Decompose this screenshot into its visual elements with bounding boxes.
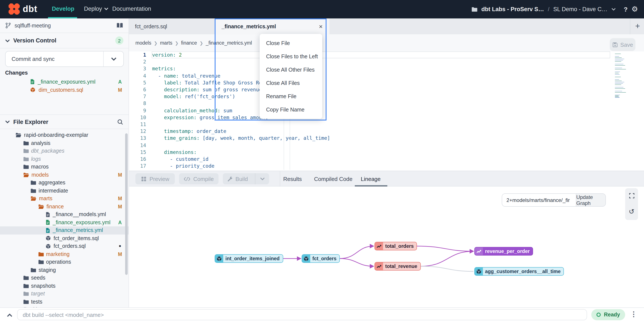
tab-fct-orders-sql[interactable]: fct_orders.sql	[129, 19, 227, 34]
environment-name[interactable]: SL Demo - Dave C…	[554, 6, 608, 13]
tree-item--finance-models-yml[interactable]: _finance__models.yml	[0, 210, 128, 218]
tree-item-models[interactable]: modelsM	[0, 171, 128, 179]
editor-minimap[interactable]	[615, 54, 628, 98]
sidebar: sqlfluff-meeting Version Control 2 Commi…	[0, 19, 129, 307]
change-item[interactable]: dim_customers.sqlM	[0, 86, 128, 94]
chevron-down-icon	[5, 120, 10, 124]
tree-item-staging[interactable]: staging	[0, 266, 128, 274]
tree-item-label: fct_order_items.sql	[54, 235, 122, 241]
status-badge: M	[118, 252, 122, 257]
commit-and-sync-button[interactable]: Commit and sync	[5, 51, 124, 67]
preview-button[interactable]: Preview	[136, 173, 175, 184]
code-editor[interactable]: 1version: 223metrics:4 - name: total_rev…	[129, 52, 644, 171]
code-line: 10 expression: gross_item_sales_amount	[129, 114, 644, 121]
save-button[interactable]: Save	[610, 38, 636, 51]
compile-button[interactable]: Compile	[179, 173, 218, 184]
tree-item-operations[interactable]: operations	[0, 258, 128, 266]
change-item[interactable]: _finance_exposures.ymlA	[0, 78, 128, 86]
lineage-selector-input[interactable]	[502, 193, 576, 207]
lineage-node-total_revenue[interactable]: total_revenue	[374, 262, 421, 270]
nav-deploy[interactable]: Deploy	[84, 0, 108, 17]
dbt-command-input[interactable]	[17, 309, 587, 320]
git-branch-row: sqlfluff-meeting	[0, 19, 128, 33]
tree-item-gitignore[interactable]: gitignore	[0, 306, 128, 307]
breadcrumb-segment[interactable]: finance	[181, 40, 197, 46]
lineage-node-agg_customer_orders__all_time[interactable]: agg_customer_orders__all_time	[474, 267, 564, 276]
project-name[interactable]: dbt Labs - ProServ S…	[482, 6, 544, 13]
breadcrumb-segment[interactable]: models	[136, 40, 151, 46]
lineage-node-revenue_per_order[interactable]: revenue_per_order	[474, 247, 533, 255]
menu-item-close-files-to-the-left[interactable]: Close Files to the Left	[260, 50, 322, 63]
tree-item-label: fct_orders.sql	[54, 243, 115, 249]
tree-item-seeds[interactable]: seeds	[0, 274, 128, 282]
menu-item-close-all-files[interactable]: Close All Files	[260, 76, 322, 90]
tree-item-tests[interactable]: tests	[0, 298, 128, 306]
branch-name[interactable]: sqlfluff-meeting	[14, 23, 113, 29]
version-control-header[interactable]: Version Control 2	[0, 33, 128, 49]
floppy-icon	[612, 42, 618, 47]
tree-item-target[interactable]: target	[0, 290, 128, 298]
search-icon[interactable]	[117, 119, 124, 125]
changes-title: Changes	[5, 70, 129, 76]
folder-open-icon	[16, 133, 22, 138]
build-options-chevron[interactable]	[255, 173, 269, 184]
commit-options-dropdown[interactable]	[103, 52, 124, 67]
tab-finance-metrics-yml[interactable]: _finance_metrics.yml ×	[215, 19, 330, 34]
dbt-logo[interactable]: dbt	[8, 4, 37, 15]
docs-book-icon[interactable]	[116, 23, 124, 29]
tree-item-analysis[interactable]: analysis	[0, 139, 128, 147]
close-tab-icon[interactable]: ×	[319, 23, 323, 30]
breadcrumb-segment[interactable]: marts	[160, 40, 172, 46]
file-explorer-header[interactable]: File Explorer	[0, 115, 128, 129]
tree-item-marts[interactable]: martsM	[0, 195, 128, 203]
dbt-cloud-ide: dbt Develop Deploy Documentation dbt Lab…	[0, 0, 644, 322]
tab-results[interactable]: Results	[283, 171, 302, 186]
build-button[interactable]: Build	[223, 173, 269, 184]
action-toolbar: Preview Compile Build Results Compiled C…	[129, 171, 644, 186]
breadcrumb-segment[interactable]: _finance_metrics.yml	[206, 40, 252, 46]
lineage-node-fct_orders[interactable]: fct_orders	[302, 254, 340, 263]
tree-item-dbt-packages[interactable]: dbt_packages	[0, 147, 128, 155]
tree-item-finance[interactable]: financeM	[0, 203, 128, 210]
chevron-up-icon[interactable]	[5, 311, 14, 319]
tree-item-macros[interactable]: macros	[0, 163, 128, 171]
project-folder-icon	[472, 7, 478, 12]
tree-item--finance-exposures-yml[interactable]: _finance_exposures.ymlA	[0, 218, 128, 226]
menu-item-copy-file-name[interactable]: Copy File Name	[260, 103, 322, 116]
graph-controls: ↺	[625, 188, 638, 220]
kebab-menu-icon[interactable]: ⋮	[630, 310, 637, 318]
new-tab-button[interactable]: +	[633, 22, 642, 31]
lineage-node-total_orders[interactable]: total_orders	[374, 242, 417, 250]
tree-item-aggregates[interactable]: aggregates	[0, 179, 128, 187]
status-badge: M	[118, 172, 122, 177]
fullscreen-icon[interactable]	[629, 193, 634, 199]
dbt-logo-icon	[8, 4, 20, 15]
env-chevron-down-icon[interactable]	[611, 8, 616, 11]
tree-item-logs[interactable]: logs	[0, 155, 128, 163]
tree-item-fct-orders-sql[interactable]: fct_orders.sql•	[0, 242, 128, 250]
nav-documentation[interactable]: Documentation	[112, 0, 151, 17]
tree-item-label: _finance_exposures.yml	[53, 219, 115, 225]
menu-item-close-all-other-files[interactable]: Close All Other Files	[260, 63, 322, 76]
help-icon[interactable]: ?	[624, 6, 628, 13]
reset-view-icon[interactable]: ↺	[629, 208, 634, 215]
navbar-right: dbt Labs - ProServ S… / SL Demo - Dave C…	[472, 0, 638, 19]
menu-item-close-file[interactable]: Close File	[260, 37, 322, 50]
tree-item-marketing[interactable]: marketingM	[0, 250, 128, 258]
nav-develop[interactable]: Develop	[52, 0, 74, 17]
update-graph-button[interactable]: Update Graph	[576, 193, 606, 207]
lineage-edge	[417, 246, 474, 251]
tree-item--finance-metrics-yml[interactable]: _finance_metrics.yml	[0, 226, 128, 234]
grid-icon	[141, 176, 146, 182]
tree-item-snapshots[interactable]: snapshots	[0, 282, 128, 290]
tree-item-rapid-onboarding-exemplar[interactable]: rapid-onboarding-exemplar	[0, 131, 128, 139]
sidebar-scrollbar[interactable]	[125, 133, 128, 275]
lineage-node-int_order_items_joined[interactable]: int_order_items_joined	[215, 254, 283, 263]
tab-compiled-code[interactable]: Compiled Code	[314, 171, 352, 186]
tab-lineage[interactable]: Lineage	[361, 171, 381, 186]
gear-icon[interactable]: ⚙	[632, 5, 638, 14]
tree-item-fct-order-items-sql[interactable]: fct_order_items.sql	[0, 234, 128, 242]
menu-item-rename-file[interactable]: Rename File	[260, 90, 322, 103]
folder-icon	[23, 283, 28, 288]
tree-item-intermediate[interactable]: intermediate	[0, 187, 128, 195]
